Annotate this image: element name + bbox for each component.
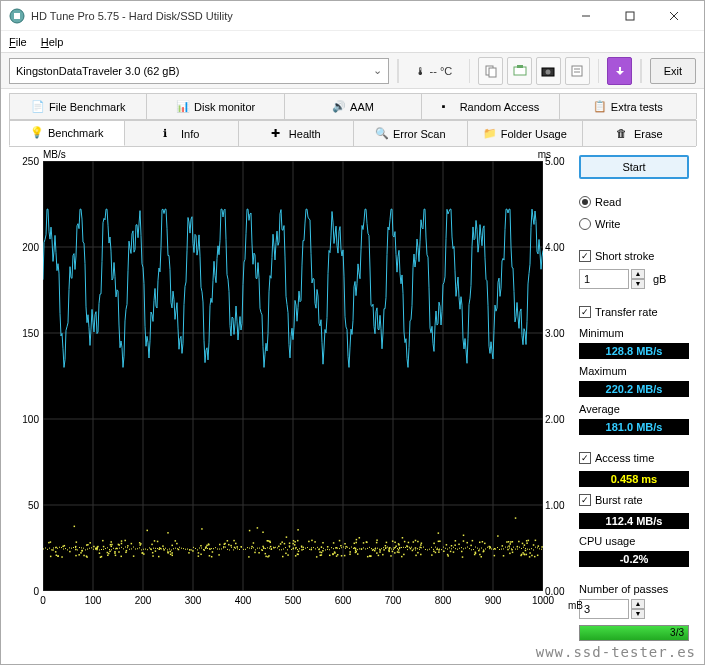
svg-rect-214 — [235, 543, 237, 545]
tab-benchmark[interactable]: 💡Benchmark — [9, 120, 125, 146]
svg-rect-400 — [79, 547, 80, 548]
svg-rect-221 — [433, 551, 435, 553]
svg-rect-598 — [475, 547, 476, 548]
svg-rect-406 — [91, 547, 92, 548]
svg-rect-488 — [255, 549, 256, 550]
svg-rect-360 — [319, 551, 321, 553]
short-stroke-check[interactable]: ✓Short stroke — [579, 247, 689, 265]
svg-rect-596 — [471, 549, 472, 550]
tab-disk-monitor[interactable]: 📊Disk monitor — [146, 93, 284, 119]
svg-rect-494 — [267, 547, 268, 548]
svg-rect-477 — [233, 549, 234, 550]
svg-rect-435 — [149, 547, 150, 548]
spin-down-2[interactable]: ▼ — [631, 609, 645, 619]
svg-rect-44 — [462, 556, 464, 558]
short-stroke-input[interactable] — [579, 269, 629, 289]
svg-rect-176 — [321, 552, 323, 554]
svg-rect-33 — [61, 556, 63, 558]
svg-rect-38 — [443, 550, 445, 552]
spin-up[interactable]: ▲ — [631, 269, 645, 279]
menu-file[interactable]: File — [9, 36, 27, 48]
svg-rect-627 — [533, 549, 534, 550]
svg-rect-8 — [514, 67, 526, 75]
svg-rect-280 — [531, 555, 533, 557]
tab-random-access[interactable]: ▪Random Access — [421, 93, 559, 119]
svg-rect-165 — [208, 543, 210, 545]
device-dropdown[interactable]: KingstonDataTraveler 3.0 (62 gB) ⌄ — [9, 58, 389, 84]
minimize-button[interactable] — [564, 2, 608, 30]
svg-rect-245 — [50, 541, 52, 543]
spin-up-2[interactable]: ▲ — [631, 599, 645, 609]
tab-erase[interactable]: 🗑Erase — [582, 120, 698, 146]
svg-rect-375 — [133, 555, 135, 557]
options-button[interactable] — [565, 57, 590, 85]
screenshot-button[interactable] — [536, 57, 561, 85]
tab-error-scan[interactable]: 🔍Error Scan — [353, 120, 469, 146]
svg-rect-260 — [329, 555, 331, 557]
svg-rect-124 — [228, 544, 230, 546]
svg-rect-343 — [76, 541, 78, 543]
tab-aam[interactable]: 🔊AAM — [284, 93, 422, 119]
svg-rect-453 — [185, 549, 186, 550]
svg-rect-405 — [89, 548, 90, 549]
copy-info-button[interactable] — [478, 57, 503, 85]
svg-rect-564 — [407, 549, 408, 550]
svg-rect-408 — [95, 549, 96, 550]
svg-rect-319 — [158, 556, 160, 558]
svg-rect-508 — [295, 548, 296, 549]
svg-rect-197 — [126, 550, 128, 552]
tab-extra-tests[interactable]: 📋Extra tests — [559, 93, 697, 119]
svg-rect-54 — [394, 542, 396, 544]
svg-rect-571 — [421, 547, 422, 548]
svg-rect-123 — [75, 549, 77, 551]
svg-rect-486 — [251, 548, 252, 549]
svg-rect-565 — [409, 547, 410, 548]
svg-rect-187 — [278, 546, 280, 548]
svg-rect-49 — [280, 543, 282, 545]
burst-rate-check[interactable]: ✓Burst rate — [579, 491, 689, 509]
maximize-button[interactable] — [608, 2, 652, 30]
svg-rect-250 — [337, 554, 339, 556]
svg-rect-376 — [355, 552, 357, 554]
svg-rect-191 — [316, 556, 318, 558]
read-radio[interactable]: Read — [579, 193, 689, 211]
start-button[interactable]: Start — [579, 155, 689, 179]
menu-help[interactable]: Help — [41, 36, 64, 48]
svg-rect-42 — [311, 549, 313, 551]
close-button[interactable] — [652, 2, 696, 30]
svg-rect-604 — [487, 547, 488, 548]
transfer-rate-check[interactable]: ✓Transfer rate — [579, 303, 689, 321]
save-button[interactable] — [607, 57, 632, 85]
svg-rect-99 — [111, 546, 113, 548]
passes-input[interactable] — [579, 599, 629, 619]
svg-rect-56 — [433, 543, 435, 545]
svg-rect-135 — [356, 539, 358, 541]
svg-rect-265 — [287, 554, 289, 556]
access-time-check[interactable]: ✓Access time — [579, 449, 689, 467]
svg-rect-113 — [155, 550, 157, 552]
tab-folder-usage[interactable]: 📁Folder Usage — [467, 120, 583, 146]
svg-rect-12 — [572, 66, 582, 76]
spin-down[interactable]: ▼ — [631, 279, 645, 289]
svg-rect-561 — [401, 547, 402, 548]
tab-info[interactable]: ℹInfo — [124, 120, 240, 146]
svg-rect-495 — [269, 548, 270, 549]
svg-rect-487 — [253, 547, 254, 548]
svg-rect-588 — [455, 548, 456, 549]
svg-rect-563 — [405, 547, 406, 548]
svg-rect-193 — [509, 553, 511, 555]
copy-screenshot-button[interactable] — [507, 57, 532, 85]
exit-button[interactable]: Exit — [650, 58, 696, 84]
svg-rect-513 — [305, 548, 306, 549]
svg-rect-603 — [485, 548, 486, 549]
tab-file-benchmark[interactable]: 📄File Benchmark — [9, 93, 147, 119]
tab-health[interactable]: ✚Health — [238, 120, 354, 146]
svg-rect-501 — [281, 549, 282, 550]
svg-rect-484 — [247, 547, 248, 548]
svg-rect-525 — [329, 549, 330, 550]
svg-rect-204 — [146, 530, 148, 532]
write-radio[interactable]: Write — [579, 215, 689, 233]
svg-rect-90 — [171, 555, 173, 557]
svg-rect-416 — [111, 549, 112, 550]
svg-rect-249 — [470, 545, 472, 547]
